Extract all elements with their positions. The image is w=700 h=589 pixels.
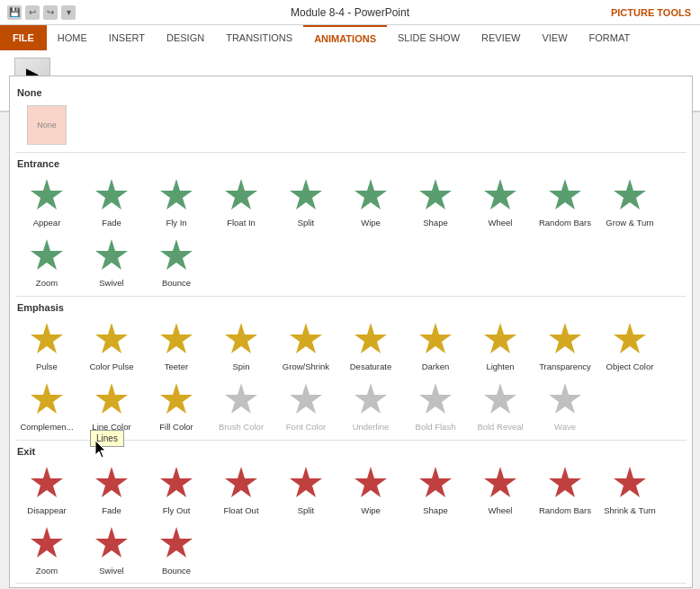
svg-marker-13 xyxy=(31,323,63,353)
anim-label: Split xyxy=(298,218,314,228)
anim-emphasis-brush-color[interactable]: Brush Color xyxy=(210,377,273,435)
anim-entrance-fade[interactable]: Fade xyxy=(80,173,143,231)
anim-emphasis-complemen-[interactable]: Complemen... xyxy=(15,377,78,435)
svg-marker-7 xyxy=(484,179,516,210)
tab-file[interactable]: FILE xyxy=(0,25,47,50)
anim-label: Object Color xyxy=(606,361,654,371)
anim-emphasis-wave[interactable]: Wave xyxy=(534,377,597,435)
title-bar: 💾 ↩ ↪ ▾ Module 8-4 - PowerPoint PICTURE … xyxy=(0,0,700,25)
anim-exit-random-bars[interactable]: Random Bars xyxy=(534,460,597,519)
tab-slideshow[interactable]: SLIDE SHOW xyxy=(387,25,471,50)
svg-marker-24 xyxy=(95,383,128,414)
redo-icon[interactable]: ↪ xyxy=(43,5,58,20)
anim-entrance-appear[interactable]: Appear xyxy=(15,173,78,231)
anim-entrance-wipe[interactable]: Wipe xyxy=(339,173,402,231)
anim-emphasis-transparency[interactable]: Transparency xyxy=(534,317,597,375)
anim-icon xyxy=(416,320,455,360)
svg-marker-12 xyxy=(160,239,193,270)
anim-entrance-shape[interactable]: Shape xyxy=(404,173,467,231)
anim-emphasis-lighten[interactable]: Lighten xyxy=(469,317,532,375)
anim-exit-disappear[interactable]: Disappear xyxy=(15,460,78,519)
anim-exit-wheel[interactable]: Wheel xyxy=(469,460,532,519)
tab-review[interactable]: REVIEW xyxy=(471,25,531,50)
section-entrance: Entrance xyxy=(15,158,687,169)
anim-label: Wipe xyxy=(361,218,381,228)
anim-icon xyxy=(480,464,520,504)
anim-entrance-split[interactable]: Split xyxy=(274,173,337,231)
anim-label: Shape xyxy=(423,505,447,515)
svg-marker-14 xyxy=(95,323,128,353)
anim-exit-shape[interactable]: Shape xyxy=(404,460,467,519)
anim-exit-swivel[interactable]: Swivel xyxy=(80,521,143,579)
save-icon[interactable]: 💾 xyxy=(7,5,22,20)
anim-emphasis-font-color[interactable]: Font Color xyxy=(274,377,337,435)
anim-emphasis-pulse[interactable]: Pulse xyxy=(15,317,78,375)
tab-animations[interactable]: ANIMATIONS xyxy=(303,25,387,50)
anim-label: Desaturate xyxy=(350,361,391,371)
anim-exit-split[interactable]: Split xyxy=(274,460,337,519)
svg-marker-37 xyxy=(354,467,387,497)
anim-icon xyxy=(221,176,261,216)
anim-emphasis-fill-color[interactable]: Fill Color xyxy=(145,377,208,435)
anim-exit-float-out[interactable]: Float Out xyxy=(210,460,273,519)
anim-emphasis-teeter[interactable]: Teeter xyxy=(145,317,208,375)
tab-home[interactable]: HOME xyxy=(47,25,98,50)
anim-emphasis-color-pulse[interactable]: Color Pulse xyxy=(80,317,143,375)
anim-label: Bounce xyxy=(162,566,191,576)
anim-label: Teeter xyxy=(165,361,188,371)
anim-label: Shape xyxy=(423,218,447,228)
anim-emphasis-object-color[interactable]: Object Color xyxy=(598,317,661,375)
svg-marker-39 xyxy=(484,467,516,497)
anim-label: Split xyxy=(298,505,314,515)
separator-2 xyxy=(15,296,687,297)
anim-emphasis-bold-flash[interactable]: Bold Flash xyxy=(404,377,467,435)
anim-emphasis-spin[interactable]: Spin xyxy=(210,317,273,375)
anim-entrance-bounce[interactable]: Bounce xyxy=(145,233,208,291)
anim-entrance-fly-in[interactable]: Fly In xyxy=(145,173,208,231)
anim-label: Wipe xyxy=(361,505,381,515)
anim-entrance-swivel[interactable]: Swivel xyxy=(80,233,143,291)
tab-transitions[interactable]: TRANSITIONS xyxy=(215,25,303,50)
anim-emphasis-desaturate[interactable]: Desaturate xyxy=(339,317,402,375)
anim-icon xyxy=(92,380,131,420)
section-none: None xyxy=(15,87,687,98)
anim-none[interactable]: None xyxy=(15,102,78,148)
anim-emphasis-darken[interactable]: Darken xyxy=(404,317,467,375)
svg-marker-30 xyxy=(484,383,516,414)
svg-marker-8 xyxy=(549,179,581,210)
anim-entrance-wheel[interactable]: Wheel xyxy=(469,173,532,231)
undo-icon[interactable]: ↩ xyxy=(25,5,40,20)
anim-emphasis-line-color[interactable]: Line Color xyxy=(80,377,143,435)
anim-exit-shrink-&-turn[interactable]: Shrink & Turn xyxy=(598,460,661,519)
anim-icon xyxy=(480,176,520,216)
anim-icon xyxy=(92,464,131,504)
anim-entrance-zoom[interactable]: Zoom xyxy=(15,233,78,291)
anim-label: Lighten xyxy=(486,361,514,371)
tab-design[interactable]: DESIGN xyxy=(156,25,215,50)
tab-view[interactable]: VIEW xyxy=(531,25,578,50)
anim-exit-wipe[interactable]: Wipe xyxy=(339,460,402,519)
window-title: Module 8-4 - PowerPoint xyxy=(291,6,409,19)
emphasis-grid: Pulse Color Pulse Teeter Spin Grow/Shrin… xyxy=(15,317,687,436)
menu-icon[interactable]: ▾ xyxy=(61,5,76,20)
anim-exit-fly-out[interactable]: Fly Out xyxy=(145,460,208,519)
anim-exit-bounce[interactable]: Bounce xyxy=(145,521,208,579)
anim-entrance-random-bars[interactable]: Random Bars xyxy=(534,173,597,231)
anim-icon xyxy=(221,380,261,420)
anim-icon xyxy=(92,176,131,216)
tab-insert[interactable]: INSERT xyxy=(98,25,156,50)
anim-label: Spin xyxy=(232,361,249,371)
anim-emphasis-underline[interactable]: Underline xyxy=(339,377,402,435)
anim-icon xyxy=(157,464,196,504)
anim-exit-fade[interactable]: Fade xyxy=(80,460,143,519)
anim-emphasis-grow-shrink[interactable]: Grow/Shrink xyxy=(274,317,337,375)
anim-icon xyxy=(610,176,650,216)
tooltip: Lines xyxy=(90,430,124,447)
anim-entrance-grow-&-turn[interactable]: Grow & Turn xyxy=(598,173,661,231)
tab-format[interactable]: FORMAT xyxy=(579,25,642,50)
anim-exit-zoom[interactable]: Zoom xyxy=(15,521,78,579)
anim-emphasis-bold-reveal[interactable]: Bold Reveal xyxy=(469,377,532,435)
anim-entrance-float-in[interactable]: Float In xyxy=(210,173,273,231)
anim-icon xyxy=(351,176,390,216)
svg-marker-42 xyxy=(31,527,63,558)
